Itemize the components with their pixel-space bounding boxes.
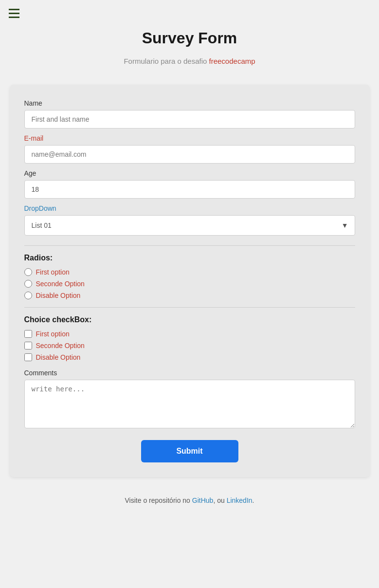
comments-label: Comments [24,369,355,377]
radio-group: First option Seconde Option Disable Opti… [24,268,355,299]
hamburger-line-1 [9,9,19,10]
linkedin-link[interactable]: LinkedIn [227,496,253,504]
radio-item-first[interactable]: First option [24,268,355,276]
checkbox-group: First option Seconde Option Disable Opti… [24,330,355,361]
dropdown-label: DropDown [24,204,355,212]
footer-text: Visite o repositório no GitHub, ou Linke… [125,496,254,504]
footer-text-middle: , ou [213,496,226,504]
checkbox-input-first[interactable] [24,330,32,338]
dropdown-select[interactable]: List 01 List 02 List 03 [24,215,355,236]
comments-textarea[interactable] [24,380,355,428]
checkbox-input-second[interactable] [24,342,32,349]
hamburger-line-2 [9,13,19,14]
radios-title: Radios: [24,254,355,262]
hamburger-menu-button[interactable] [9,9,19,18]
age-label: Age [24,169,355,177]
radio-label-second: Seconde Option [36,280,85,288]
checkbox-label-first: First option [36,330,70,338]
footer-text-before: Visite o repositório no [125,496,192,504]
form-card: Name E-mail Age DropDown List 01 List 02… [10,85,370,477]
email-input[interactable] [24,145,355,164]
footer-text-end: . [253,496,254,504]
name-input[interactable] [24,110,355,129]
freecodecamp-link[interactable]: freecodecamp [209,57,255,65]
checkbox-label-second: Seconde Option [36,342,85,349]
radio-label-first: First option [36,268,70,276]
checkbox-label-disable: Disable Option [36,353,81,361]
subtitle-text: Formulario para o desafio [124,57,209,65]
radio-item-second[interactable]: Seconde Option [24,280,355,288]
page-title: Survey Form [142,29,237,47]
name-label: Name [24,99,355,107]
checkboxes-title: Choice checkBox: [24,315,355,324]
radio-item-disable[interactable]: Disable Option [24,292,355,299]
page-subtitle: Formulario para o desafio freecodecamp [124,57,255,65]
checkbox-input-disable[interactable] [24,353,32,361]
radio-label-disable: Disable Option [36,292,81,299]
checkbox-item-disable[interactable]: Disable Option [24,353,355,361]
divider-2 [24,307,355,308]
radio-input-first[interactable] [24,268,32,276]
divider-1 [24,245,355,246]
dropdown-wrapper: List 01 List 02 List 03 ▼ [24,215,355,236]
hamburger-line-3 [9,17,19,18]
radio-input-disable[interactable] [24,292,32,299]
radio-input-second[interactable] [24,280,32,288]
email-label: E-mail [24,134,355,142]
submit-button[interactable]: Submit [141,440,238,462]
checkbox-item-second[interactable]: Seconde Option [24,342,355,349]
age-input[interactable] [24,180,355,199]
github-link[interactable]: GitHub [192,496,214,504]
checkbox-item-first[interactable]: First option [24,330,355,338]
